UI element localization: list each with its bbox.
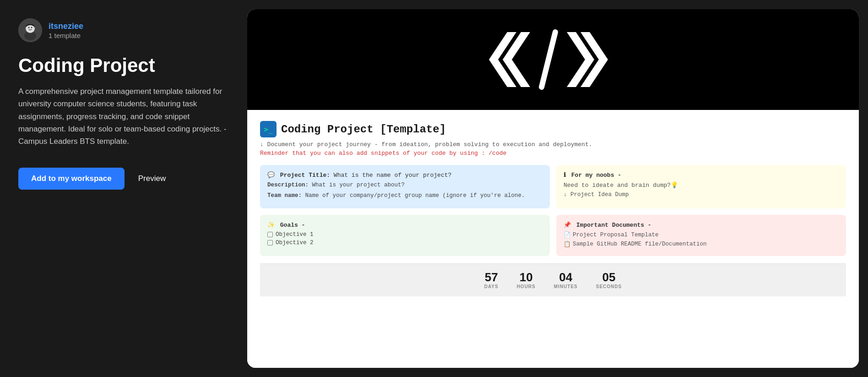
card-title-project: 💬 Project Title: What is the name of you… (267, 171, 542, 179)
button-row: Add to my workspace Preview (18, 168, 229, 190)
page-title: Coding Project (18, 55, 229, 76)
page-description: A comprehensive project management templ… (18, 85, 229, 148)
timer-days-value: 57 (485, 271, 498, 283)
timer-seconds: 05 SECONDS (596, 271, 622, 289)
timer-days: 57 DAYS (484, 271, 499, 289)
preview-banner (247, 9, 859, 110)
checkbox-box-2 (267, 240, 273, 246)
template-note: Reminder that you can also add snippets … (260, 150, 846, 157)
svg-point-4 (31, 27, 33, 28)
noobs-card: ℹ For my noobs - Need to ideate and brai… (556, 165, 846, 208)
documents-card: 📌 Important Documents - 📄 Project Propos… (556, 215, 846, 256)
timer-days-label: DAYS (484, 284, 499, 289)
timer-seconds-label: SECONDS (596, 284, 622, 289)
preview-card: >_ Coding Project [Template] ↓ Document … (247, 9, 859, 368)
template-title: Coding Project [Template] (281, 123, 446, 136)
svg-point-3 (28, 27, 30, 28)
project-info-card: 💬 Project Title: What is the name of you… (260, 165, 550, 208)
checkbox-box-1 (267, 232, 273, 237)
timer-hours-value: 10 (520, 271, 533, 283)
cards-grid: 💬 Project Title: What is the name of you… (260, 165, 846, 256)
template-subtitle: ↓ Document your project journey - from i… (260, 141, 846, 148)
preview-content: >_ Coding Project [Template] ↓ Document … (247, 110, 859, 368)
left-panel: itsneziee 1 template Coding Project A co… (0, 0, 247, 377)
card-title-noobs: ℹ For my noobs - (564, 171, 839, 179)
card-link-idea-dump: ↓ Project Idea Dump (564, 191, 839, 198)
add-to-workspace-button[interactable]: Add to my workspace (18, 168, 125, 190)
card-link-proposal: 📄 Project Proposal Template (564, 231, 839, 239)
card-link-readme: 📋 Sample GitHub README file/Documentatio… (564, 240, 839, 248)
author-info: itsneziee 1 template (49, 21, 83, 39)
checkbox-objective2: Objective 2 (267, 240, 542, 246)
timer-hours-label: HOURS (517, 284, 536, 289)
template-header: >_ Coding Project [Template] (260, 121, 846, 137)
author-meta: 1 template (49, 32, 83, 39)
svg-line-7 (542, 32, 555, 87)
goals-card: ✨ Goals - Objective 1 Objective 2 (260, 215, 550, 256)
card-field-description: Description: What is your project about? (267, 181, 542, 190)
timer-bar: 57 DAYS 10 HOURS 04 MINUTES 05 SECONDS (260, 263, 846, 296)
author-name[interactable]: itsneziee (49, 21, 83, 32)
timer-minutes: 04 MINUTES (554, 271, 578, 289)
terminal-icon: >_ (260, 121, 277, 137)
timer-hours: 10 HOURS (517, 271, 536, 289)
preview-button[interactable]: Preview (134, 168, 170, 190)
checkbox-objective1: Objective 1 (267, 231, 542, 238)
avatar (18, 18, 42, 42)
card-title-goals: ✨ Goals - (267, 221, 542, 229)
card-title-docs: 📌 Important Documents - (564, 221, 839, 229)
right-panel: >_ Coding Project [Template] ↓ Document … (247, 0, 868, 377)
timer-seconds-value: 05 (602, 271, 616, 283)
card-subtitle-noobs: Need to ideate and brain dump?💡 (564, 181, 839, 189)
card-field-teamname: Team name: Name of your company/project … (267, 192, 542, 200)
timer-minutes-label: MINUTES (554, 284, 578, 289)
timer-minutes-value: 04 (559, 271, 572, 283)
author-section: itsneziee 1 template (18, 18, 229, 42)
